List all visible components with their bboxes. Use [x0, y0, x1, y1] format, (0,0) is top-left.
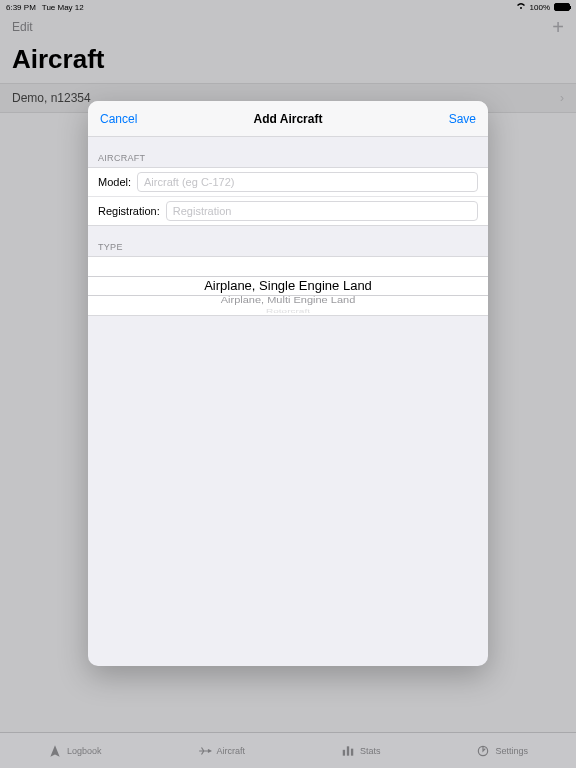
type-picker[interactable]: Airplane, Single Engine Land Airplane, M…	[88, 256, 488, 316]
wifi-icon	[516, 2, 526, 12]
tab-label: Stats	[360, 746, 381, 756]
tab-label: Logbook	[67, 746, 102, 756]
svg-rect-0	[343, 749, 345, 755]
svg-rect-2	[351, 748, 353, 755]
model-label: Model:	[98, 176, 131, 188]
picker-selected: Airplane, Single Engine Land	[88, 276, 488, 296]
modal-header: Cancel Add Aircraft Save	[88, 101, 488, 137]
tab-label: Settings	[495, 746, 528, 756]
list-row-label: Demo, n12354	[12, 91, 91, 105]
tab-aircraft[interactable]: Aircraft	[198, 744, 246, 758]
battery-percent: 100%	[530, 3, 550, 12]
tab-logbook[interactable]: Logbook	[48, 744, 102, 758]
status-time: 6:39 PM	[6, 3, 36, 12]
save-button[interactable]: Save	[449, 112, 476, 126]
aircraft-icon	[198, 744, 212, 758]
add-aircraft-modal: Cancel Add Aircraft Save AIRCRAFT Model:…	[88, 101, 488, 666]
registration-row: Registration:	[88, 196, 488, 225]
nav-bar: Edit +	[0, 14, 576, 40]
battery-icon	[554, 3, 570, 11]
tab-settings[interactable]: Settings	[476, 744, 528, 758]
tab-bar: Logbook Aircraft Stats Settings	[0, 732, 576, 768]
status-date: Tue May 12	[42, 3, 84, 12]
section-header-aircraft: AIRCRAFT	[88, 137, 488, 167]
tab-label: Aircraft	[217, 746, 246, 756]
picker-below2: Rotorcraft	[88, 307, 488, 314]
modal-title: Add Aircraft	[254, 112, 323, 126]
model-input[interactable]	[137, 172, 478, 192]
chevron-right-icon: ›	[560, 91, 564, 105]
settings-icon	[476, 744, 490, 758]
edit-button[interactable]: Edit	[12, 20, 33, 34]
add-button[interactable]: +	[552, 17, 564, 37]
tab-stats[interactable]: Stats	[341, 744, 381, 758]
registration-label: Registration:	[98, 205, 160, 217]
stats-icon	[341, 744, 355, 758]
cancel-button[interactable]: Cancel	[100, 112, 137, 126]
status-bar: 6:39 PM Tue May 12 100%	[0, 0, 576, 14]
aircraft-form: Model: Registration:	[88, 167, 488, 226]
model-row: Model:	[88, 168, 488, 196]
svg-rect-1	[347, 746, 349, 755]
section-header-type: TYPE	[88, 226, 488, 256]
registration-input[interactable]	[166, 201, 478, 221]
page-title: Aircraft	[0, 40, 576, 83]
logbook-icon	[48, 744, 62, 758]
